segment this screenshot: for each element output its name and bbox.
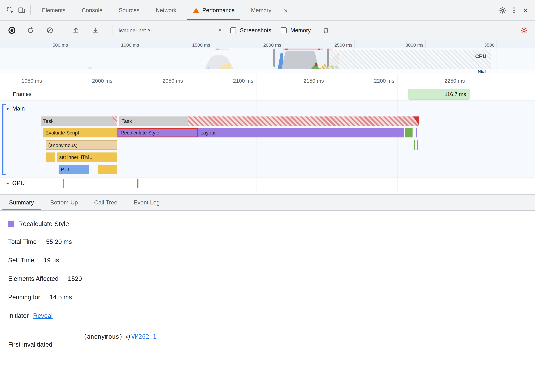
tab-event-log[interactable]: Event Log: [126, 195, 168, 210]
frames-track-label: Frames: [13, 89, 32, 99]
recalculate-style-swatch: [8, 221, 14, 227]
toolbar-separator: [67, 25, 67, 35]
summary-row-label: Self Time: [8, 257, 34, 264]
capture-settings-button[interactable]: [518, 25, 530, 36]
clear-recording-button[interactable]: [44, 25, 56, 36]
overview-selection-handle-right[interactable]: [326, 49, 329, 67]
flame-bar-script-small[interactable]: [98, 165, 117, 174]
memory-label: Memory: [290, 27, 311, 34]
ruler-label: 2150 ms: [277, 76, 324, 85]
upload-icon: [72, 27, 80, 34]
memory-checkbox[interactable]: [281, 27, 287, 33]
initiator-label: Initiator: [8, 312, 29, 319]
first-invalidated-label: First Invalidated: [8, 341, 52, 348]
tab-call-tree[interactable]: Call Tree: [86, 195, 126, 210]
save-profile-button[interactable]: [89, 25, 101, 36]
kebab-icon: [513, 7, 515, 13]
tab-bottom-up[interactable]: Bottom-Up: [42, 195, 86, 210]
summary-row-initiator: Initiator Reveal: [8, 312, 53, 320]
expander-down-icon: ▾: [7, 106, 9, 111]
delete-recording-button[interactable]: [320, 25, 331, 36]
overview-time-label: 2000 ms: [244, 42, 281, 48]
tab-sources[interactable]: Sources: [111, 0, 148, 20]
kebab-menu-button[interactable]: [508, 5, 520, 16]
ruler-label: 2100 ms: [206, 76, 253, 85]
flame-bar-set-innerhtml[interactable]: set innerHTML: [57, 153, 117, 162]
reload-and-record-button[interactable]: [25, 25, 36, 36]
frame-duration-block[interactable]: 116.7 ms: [408, 89, 469, 99]
load-profile-button[interactable]: [70, 25, 81, 36]
track-divider: [0, 177, 535, 178]
summary-row-value: 19 µs: [44, 257, 59, 264]
timeline-overview[interactable]: 500 ms 1000 ms 1500 ms 2000 ms 2500 ms 3…: [0, 40, 535, 73]
performance-toolbar: jlwagner.net #1 ▼ Screenshots Memory: [0, 21, 535, 40]
screenshots-label: Screenshots: [240, 27, 271, 34]
overview-selection-handle-left[interactable]: [272, 49, 276, 67]
memory-checkbox-group: Memory: [281, 27, 311, 34]
ruler-label: 1950 ms: [0, 76, 42, 85]
profile-select[interactable]: jlwagner.net #1 ▼: [116, 27, 224, 33]
summary-row-value: 55.20 ms: [46, 238, 72, 245]
summary-title: Recalculate Style: [18, 220, 69, 228]
overview-time-label: 2500 ms: [315, 42, 352, 48]
trash-icon: [322, 27, 329, 34]
profile-select-value: jlwagner.net #1: [117, 27, 153, 33]
tab-performance[interactable]: Performance: [184, 0, 243, 20]
summary-row-total-time: Total Time 55.20 ms: [8, 238, 72, 246]
device-toolbar-button[interactable]: [16, 5, 27, 16]
toolbar-separator: [515, 25, 515, 35]
cpu-activity: [282, 51, 319, 69]
flame-bar-paint[interactable]: [405, 128, 413, 137]
screenshots-checkbox-group: Screenshots: [230, 27, 271, 34]
record-button[interactable]: [9, 27, 15, 34]
flame-bar-sliver[interactable]: [417, 140, 418, 150]
flame-bar-evaluate-script[interactable]: Evaluate Script: [43, 128, 117, 137]
long-task-wedge: [112, 117, 117, 126]
tab-memory[interactable]: Memory: [243, 0, 279, 20]
tab-console[interactable]: Console: [74, 0, 111, 20]
network-overview-strip: [0, 69, 535, 73]
flame-bar-long-task[interactable]: Task: [119, 117, 419, 126]
overview-time-label: 500 ms: [30, 42, 68, 48]
toolbar-separator: [227, 25, 227, 35]
screenshots-checkbox[interactable]: [230, 27, 236, 33]
tab-elements[interactable]: Elements: [34, 0, 74, 20]
settings-button[interactable]: [497, 5, 508, 16]
overview-dim-right: [329, 48, 535, 69]
initiator-reveal-link[interactable]: Reveal: [33, 312, 53, 319]
flame-bar-layout[interactable]: Layout: [198, 128, 404, 137]
track-divider: [0, 100, 535, 101]
more-tabs-button[interactable]: »: [279, 6, 292, 14]
main-track-name: Main: [12, 105, 25, 112]
block-icon: [46, 27, 54, 34]
summary-row-value: 1520: [68, 275, 82, 282]
ruler-label: 2250 ms: [418, 76, 465, 85]
summary-pane: Recalculate Style Total Time 55.20 ms Se…: [0, 211, 535, 392]
inspect-cursor-icon: [7, 7, 14, 14]
flame-bar-parse-html[interactable]: P...L: [59, 165, 89, 174]
flame-bar-recalculate-style-selected[interactable]: Recalculate Style: [117, 128, 198, 137]
first-invalidated-value: (anonymous) @ VM262:1: [83, 333, 156, 340]
flame-bar-script-small[interactable]: [46, 153, 55, 162]
tab-summary[interactable]: Summary: [1, 195, 42, 210]
long-task-marker: [283, 49, 323, 50]
first-invalidated-source-link[interactable]: VM262:1: [131, 333, 156, 340]
tab-network[interactable]: Network: [148, 0, 184, 20]
gpu-activity-mark: [137, 179, 138, 188]
close-devtools-button[interactable]: ×: [520, 5, 531, 16]
flame-bar-sliver[interactable]: [416, 128, 417, 137]
record-dot-icon: [10, 29, 13, 32]
flame-bar-anonymous[interactable]: (anonymous): [46, 140, 117, 150]
flame-bar-sliver[interactable]: [414, 140, 415, 150]
summary-legend-row: Recalculate Style: [8, 220, 69, 228]
inspect-element-button[interactable]: [5, 5, 16, 16]
cpu-overview-label: CPU: [475, 53, 486, 59]
timeline-details-pane: 1950 ms 2000 ms 2050 ms 2100 ms 2150 ms …: [0, 74, 535, 194]
cpu-activity-marker: [315, 63, 317, 66]
warning-icon: [193, 7, 200, 14]
summary-row-label: Elements Affected: [8, 275, 59, 282]
main-track-header[interactable]: ▾ Main: [7, 105, 25, 113]
net-overview-label: NET: [478, 69, 486, 73]
gpu-track-header[interactable]: ▸ GPU: [7, 179, 25, 187]
flame-bar-task[interactable]: Task: [41, 117, 117, 126]
